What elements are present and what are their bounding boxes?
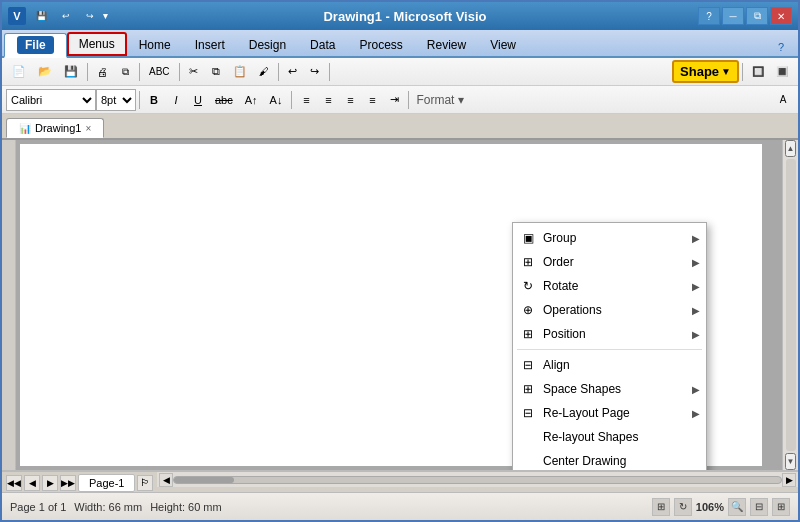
menu-item-group[interactable]: ▣ Group ▶ (513, 226, 706, 250)
shape-menu-arrow: ▼ (721, 66, 731, 77)
redo-btn[interactable]: ↪ (304, 62, 326, 81)
bottom-nav: ◀◀ ◀ ▶ ▶▶ Page-1 🏳 ◀ ▶ (2, 470, 798, 492)
tab-bar: 📊 Drawing1 × (2, 114, 798, 140)
menu-item-rotate[interactable]: ↻ Rotate ▶ (513, 274, 706, 298)
fmt-sep3 (408, 91, 409, 109)
menu-item-align[interactable]: ⊟ Align (513, 353, 706, 377)
menu-item-order[interactable]: ⊞ Order ▶ (513, 250, 706, 274)
status-icon-2[interactable]: ↻ (674, 498, 692, 516)
save-btn[interactable]: 💾 (58, 62, 84, 81)
btn-extra2[interactable]: 🔳 (770, 63, 794, 80)
add-page-btn[interactable]: 🏳 (137, 475, 153, 491)
italic-btn[interactable]: I (165, 91, 187, 109)
status-icon-4[interactable]: ⊟ (750, 498, 768, 516)
page-prev-btn[interactable]: ◀ (24, 475, 40, 491)
scroll-down-btn[interactable]: ▼ (785, 453, 797, 470)
preview-btn[interactable]: ⧉ (114, 63, 136, 81)
operations-arrow: ▶ (692, 305, 700, 316)
minimize-btn[interactable]: ─ (722, 7, 744, 25)
new-btn[interactable]: 📄 (6, 62, 32, 81)
format-painter-btn[interactable]: 🖌 (253, 63, 275, 80)
file-tools: 📄 📂 💾 🖨 ⧉ ABC ✂ ⧉ 📋 🖌 ↩ ↪ (6, 62, 333, 81)
tab-file[interactable]: File (4, 33, 67, 58)
position-arrow: ▶ (692, 329, 700, 340)
status-icon-5[interactable]: ⊞ (772, 498, 790, 516)
shape-menu-container[interactable]: Shape ▼ (672, 60, 739, 83)
tab-process[interactable]: Process (347, 34, 414, 56)
tab-home[interactable]: Home (127, 34, 183, 56)
menu-item-operations[interactable]: ⊕ Operations ▶ (513, 298, 706, 322)
page-next-btn[interactable]: ▶ (42, 475, 58, 491)
group-label: Group (543, 231, 576, 245)
align-center-btn[interactable]: ≡ (317, 91, 339, 109)
align-left-btn[interactable]: ≡ (295, 91, 317, 109)
status-icon-3[interactable]: 🔍 (728, 498, 746, 516)
copy-btn[interactable]: ⧉ (205, 62, 227, 81)
font-select[interactable]: Calibri (6, 89, 96, 111)
menu-item-relayout-page[interactable]: ⊟ Re-Layout Page ▶ (513, 401, 706, 425)
status-icon-1[interactable]: ⊞ (652, 498, 670, 516)
scroll-track (786, 159, 796, 451)
h-scrollbar[interactable]: ◀ ▶ (157, 471, 798, 487)
btn-extra1[interactable]: 🔲 (746, 63, 770, 80)
align-right-btn[interactable]: ≡ (339, 91, 361, 109)
shape-menu-label: Shape (680, 64, 719, 79)
page-nav: ◀◀ ◀ ▶ ▶▶ Page-1 🏳 (2, 471, 157, 493)
tab-menus[interactable]: Menus (67, 32, 127, 56)
file-tab-btn[interactable]: File (17, 36, 54, 54)
tab-data[interactable]: Data (298, 34, 347, 56)
drawing-tab[interactable]: 📊 Drawing1 × (6, 118, 104, 138)
vertical-scrollbar: ▲ ▼ (782, 140, 798, 470)
ribbon-help-btn[interactable]: ? (770, 38, 792, 56)
title-bar: V 💾 ↩ ↪ ▾ Drawing1 - Microsoft Visio ? ─… (2, 2, 798, 30)
app-window: V 💾 ↩ ↪ ▾ Drawing1 - Microsoft Visio ? ─… (0, 0, 800, 522)
group-icon: ▣ (519, 231, 537, 245)
scroll-up-btn[interactable]: ▲ (785, 140, 797, 157)
format-label: Format ▾ (416, 93, 463, 107)
scroll-track-h[interactable] (173, 476, 782, 484)
width-info: Width: 66 mm (74, 501, 142, 513)
page-tab[interactable]: Page-1 (78, 474, 135, 492)
shrink-font-btn[interactable]: A↓ (264, 91, 289, 109)
help-btn[interactable]: ? (698, 7, 720, 25)
tab-view[interactable]: View (478, 34, 528, 56)
restore-btn[interactable]: ⧉ (746, 7, 768, 25)
menu-item-space-shapes[interactable]: ⊞ Space Shapes ▶ (513, 377, 706, 401)
strikethrough-btn[interactable]: abc (209, 91, 239, 109)
print-btn[interactable]: 🖨 (91, 63, 114, 81)
open-btn[interactable]: 📂 (32, 62, 58, 81)
scroll-right-btn[interactable]: ▶ (782, 473, 796, 487)
quick-save-btn[interactable]: 💾 (30, 8, 53, 24)
paste-btn[interactable]: 📋 (227, 62, 253, 81)
grow-font-btn[interactable]: A↑ (239, 91, 264, 109)
quick-redo-btn[interactable]: ↪ (79, 8, 101, 24)
bold-btn[interactable]: B (143, 91, 165, 109)
sep6 (742, 63, 743, 81)
tab-design[interactable]: Design (237, 34, 298, 56)
menu-item-center-drawing[interactable]: Center Drawing (513, 449, 706, 470)
sep3 (179, 63, 180, 81)
close-btn[interactable]: ✕ (770, 7, 792, 25)
justify-btn[interactable]: ≡ (361, 91, 383, 109)
tab-review[interactable]: Review (415, 34, 478, 56)
menu-item-relayout-shapes[interactable]: Re-layout Shapes (513, 425, 706, 449)
page-last-btn[interactable]: ▶▶ (60, 475, 76, 491)
cut-btn[interactable]: ✂ (183, 62, 205, 81)
scroll-left-btn[interactable]: ◀ (159, 473, 173, 487)
indent-btn[interactable]: ⇥ (383, 90, 405, 109)
spell-btn[interactable]: ABC (143, 63, 176, 80)
tab-insert[interactable]: Insert (183, 34, 237, 56)
underline-btn[interactable]: U (187, 91, 209, 109)
space-shapes-label: Space Shapes (543, 382, 621, 396)
page-first-btn[interactable]: ◀◀ (6, 475, 22, 491)
relayout-page-label: Re-Layout Page (543, 406, 630, 420)
page-count: Page 1 of 1 (10, 501, 66, 513)
font-color-btn[interactable]: A (772, 91, 794, 108)
undo-btn[interactable]: ↩ (282, 62, 304, 81)
menu-item-position[interactable]: ⊞ Position ▶ (513, 322, 706, 346)
quick-undo-btn[interactable]: ↩ (55, 8, 77, 24)
fmt-sep2 (291, 91, 292, 109)
align-icon: ⊟ (519, 358, 537, 372)
tab-close-btn[interactable]: × (85, 123, 91, 134)
size-select[interactable]: 8pt (96, 89, 136, 111)
